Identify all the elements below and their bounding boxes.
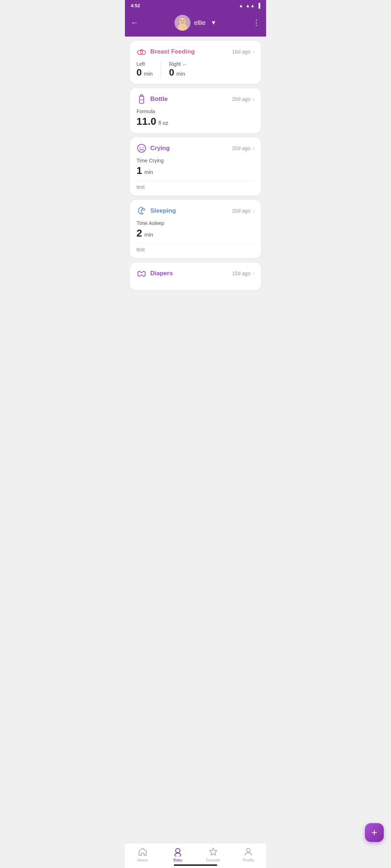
svg-point-14	[143, 208, 145, 210]
right-label: Right ←	[169, 61, 187, 67]
sleeping-stat-value: 2 min	[136, 227, 255, 239]
card-header: Sleeping 20d ago ›	[136, 206, 255, 216]
right-value: 0	[169, 67, 174, 78]
card-header: Diapers 15d ago ›	[136, 268, 255, 278]
left-label: Left	[136, 61, 153, 67]
breast-feeding-title: Breast Feeding	[150, 48, 195, 55]
crying-note: test	[136, 181, 255, 190]
card-title-row: Sleeping	[136, 206, 176, 216]
battery-icon: ▐	[257, 3, 260, 8]
diapers-title: Diapers	[150, 270, 173, 277]
bottle-time-ago: 20d ago	[232, 96, 251, 102]
crying-title: Crying	[150, 145, 170, 152]
signal-icon: ▲▲	[245, 3, 255, 8]
svg-point-2	[178, 24, 187, 31]
card-header: Bottle 20d ago ›	[136, 94, 255, 104]
svg-point-3	[181, 20, 182, 21]
bottle-time: 20d ago ›	[232, 96, 255, 102]
crying-time-ago: 20d ago	[232, 145, 251, 151]
header-center: ellie ▼	[175, 15, 216, 31]
right-stat: Right ← 0 min	[169, 61, 187, 78]
chevron-right-icon: ›	[253, 145, 255, 152]
card-title-row: Crying	[136, 143, 170, 153]
svg-line-13	[143, 149, 143, 150]
app-header: ← ellie ▼ ⋮	[125, 11, 266, 37]
status-icons: ▲ ▲▲ ▐	[239, 3, 260, 8]
left-unit: min	[144, 71, 152, 77]
status-bar: 4:52 ▲ ▲▲ ▐	[125, 0, 266, 11]
breast-feeding-stats: Left 0 min Right ← 0 min	[136, 61, 255, 78]
breast-feeding-icon	[136, 47, 147, 57]
left-stat: Left 0 min	[136, 61, 153, 78]
status-time: 4:52	[131, 3, 140, 8]
svg-point-10	[140, 147, 141, 148]
sleeping-note: test	[136, 243, 255, 252]
breast-feeding-time-ago: 16d ago	[232, 49, 251, 55]
wifi-icon: ▲	[239, 3, 243, 8]
card-title-row: Breast Feeding	[136, 47, 195, 57]
card-header: Crying 20d ago ›	[136, 143, 255, 153]
chevron-right-icon: ›	[253, 96, 255, 102]
crying-card[interactable]: Crying 20d ago › Time Crying 1 min test	[130, 137, 261, 196]
crying-time: 20d ago ›	[232, 145, 255, 152]
cards-container: Breast Feeding 16d ago › Left 0 min Righ	[125, 37, 266, 319]
svg-point-4	[184, 20, 185, 21]
sleeping-time: 20d ago ›	[232, 208, 255, 214]
diapers-time: 15d ago ›	[232, 270, 255, 277]
svg-point-11	[143, 147, 144, 148]
sleeping-title: Sleeping	[150, 207, 176, 214]
bottle-stat-label: Formula	[136, 109, 255, 114]
card-title-row: Diapers	[136, 268, 173, 278]
right-unit: min	[176, 71, 185, 77]
crying-stat-label: Time Crying	[136, 158, 255, 163]
bottle-title: Bottle	[150, 95, 168, 103]
crying-icon	[136, 143, 147, 153]
svg-line-12	[140, 149, 140, 150]
bf-divider	[161, 61, 161, 78]
baby-name: ellie	[194, 19, 206, 27]
sleeping-icon	[136, 206, 147, 216]
breast-feeding-card[interactable]: Breast Feeding 16d ago › Left 0 min Righ	[130, 41, 261, 84]
chevron-right-icon: ›	[253, 270, 255, 277]
bottle-icon	[136, 94, 147, 104]
right-arrow-icon: ←	[182, 61, 187, 67]
breast-feeding-time: 16d ago ›	[232, 48, 255, 55]
more-options-button[interactable]: ⋮	[252, 18, 260, 27]
diapers-card[interactable]: Diapers 15d ago ›	[130, 263, 261, 290]
left-value: 0	[136, 67, 142, 78]
card-header: Breast Feeding 16d ago ›	[136, 47, 255, 57]
bottle-stat-value: 11.0 fl oz	[136, 116, 255, 127]
svg-point-9	[138, 144, 146, 152]
chevron-right-icon: ›	[253, 48, 255, 55]
sleeping-card[interactable]: Sleeping 20d ago › Time Asleep 2 min tes…	[130, 200, 261, 258]
dropdown-icon[interactable]: ▼	[211, 20, 216, 26]
sleeping-stat-label: Time Asleep	[136, 220, 255, 226]
sleeping-time-ago: 20d ago	[232, 208, 251, 214]
chevron-right-icon: ›	[253, 208, 255, 214]
crying-stat-value: 1 min	[136, 165, 255, 176]
card-title-row: Bottle	[136, 94, 168, 104]
bottle-card[interactable]: Bottle 20d ago › Formula 11.0 fl oz	[130, 88, 261, 133]
back-button[interactable]: ←	[131, 18, 139, 27]
baby-avatar	[175, 15, 190, 31]
diapers-time-ago: 15d ago	[232, 271, 251, 276]
diaper-icon	[136, 268, 147, 278]
